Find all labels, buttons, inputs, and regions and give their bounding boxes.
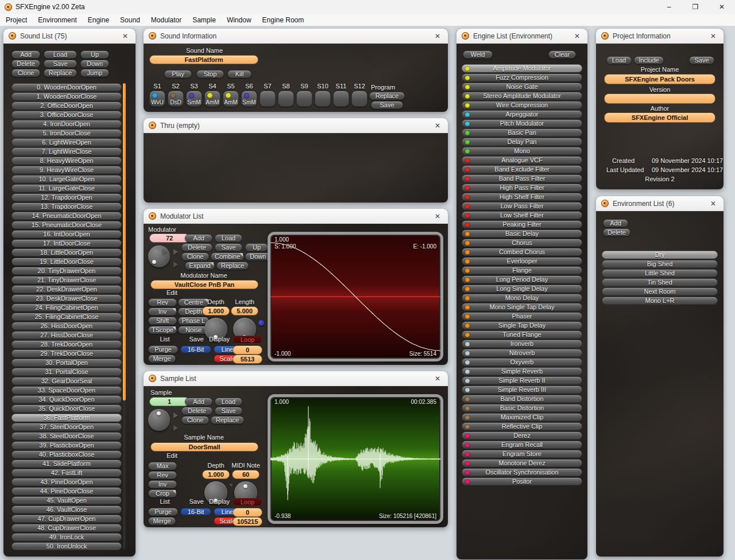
modulator-length-field[interactable]: 5.000 bbox=[231, 306, 258, 316]
sample-clone-button[interactable]: Clone bbox=[181, 416, 209, 424]
program-replace-button[interactable]: Replace bbox=[369, 92, 405, 100]
sound-list-item[interactable]: 14. PneumaticDoorOpen bbox=[11, 212, 122, 220]
sample-save-button[interactable]: Save bbox=[215, 407, 242, 415]
environment-list-item[interactable]: Little Shed bbox=[602, 269, 718, 277]
sample-rev-button[interactable]: Rev bbox=[148, 471, 177, 479]
menu-item-project[interactable]: Project bbox=[6, 16, 27, 24]
menu-item-sound[interactable]: Sound bbox=[120, 16, 140, 24]
modulator-tscope-button[interactable]: TScope bbox=[148, 326, 177, 334]
sound-list-item[interactable]: 5. IronDoorClose bbox=[11, 129, 122, 137]
modulator-combine-button[interactable]: Combine bbox=[211, 252, 244, 260]
sample-inv-button[interactable]: Inv bbox=[148, 480, 177, 488]
modulator-down-button[interactable]: Down bbox=[245, 252, 270, 260]
sound-slot-s1[interactable]: WvU bbox=[149, 91, 165, 107]
modulator-display[interactable]: 1.000 S: 1.000 E: -1.000 -1.000 Size: 55… bbox=[268, 232, 443, 361]
modulator-16bit-toggle[interactable]: 16-Bit bbox=[180, 345, 211, 353]
sample-delete-button[interactable]: Delete bbox=[181, 407, 212, 415]
program-save-button[interactable]: Save bbox=[371, 101, 403, 109]
engine-list-item[interactable]: Low Shelf Filter bbox=[462, 211, 582, 219]
sound-list-add-button[interactable]: Add bbox=[11, 50, 40, 59]
sound-slot-s11[interactable] bbox=[333, 91, 349, 107]
sound-list-item[interactable]: 31. PortalClose bbox=[11, 368, 122, 376]
engine-list-item[interactable]: Tuned Flange bbox=[462, 330, 582, 339]
modulator-depth-field[interactable]: 1.000 bbox=[202, 306, 230, 316]
modulator-delete-button[interactable]: Delete bbox=[181, 243, 212, 251]
restore-button[interactable]: ❐ bbox=[682, 0, 709, 14]
engine-list-item[interactable]: Long Single Delay bbox=[462, 285, 582, 293]
modulator-index-field[interactable]: 72 bbox=[149, 234, 189, 243]
sample-select-knob[interactable] bbox=[148, 409, 170, 431]
sound-list-item[interactable]: 34. QuickDoorOpen bbox=[11, 395, 122, 403]
sound-list-load-button[interactable]: Load bbox=[44, 50, 77, 59]
sample-loop-button[interactable]: Loop bbox=[233, 498, 262, 506]
sound-list-item[interactable]: 6. LightWireOpen bbox=[11, 138, 122, 146]
sample-display[interactable]: 1.000 00:02.385 -0.938 Size: 105216 [420… bbox=[268, 394, 443, 524]
engine-list-item[interactable]: Mono Delay bbox=[462, 294, 582, 302]
modulator-load-button[interactable]: Load bbox=[215, 234, 242, 242]
sample-load-button[interactable]: Load bbox=[215, 398, 242, 406]
modulator-shift-button[interactable]: Shift bbox=[148, 317, 177, 325]
project-name-field[interactable]: SFXEngine Pack Doors bbox=[604, 74, 715, 84]
clear-button[interactable]: Clear bbox=[548, 50, 576, 59]
modulator-name-field[interactable]: VaultClose PnB Pan bbox=[150, 280, 258, 289]
engine-list-item[interactable]: Mono bbox=[462, 147, 582, 155]
modulator-inv-button[interactable]: Inv bbox=[148, 308, 177, 316]
sound-list-item[interactable]: 37. SteelDoorOpen bbox=[11, 423, 122, 431]
engine-list-item[interactable]: Amplitude Modulator bbox=[462, 64, 582, 72]
modulator-clone-button[interactable]: Clone bbox=[181, 252, 209, 260]
close-icon[interactable]: ✕ bbox=[120, 32, 130, 40]
engine-list-item[interactable]: Reflective Clip bbox=[462, 422, 582, 430]
sample-name-field[interactable]: DoorSmall bbox=[150, 442, 258, 452]
modulator-rev-button[interactable]: Rev bbox=[148, 298, 177, 306]
sound-list-item[interactable]: 39. PlasticboxOpen bbox=[11, 441, 122, 449]
sound-list-scrollbar[interactable] bbox=[123, 83, 126, 549]
sound-list-item[interactable]: 40. PlasticboxClose bbox=[11, 450, 122, 458]
close-icon[interactable]: ✕ bbox=[432, 32, 443, 40]
engine-list-item[interactable]: Long Period Delay bbox=[462, 275, 582, 283]
sound-list-item[interactable]: 1. WoodenDoorClose bbox=[11, 92, 122, 100]
engine-list-item[interactable]: Maximized Clip bbox=[462, 413, 582, 421]
close-icon[interactable]: ✕ bbox=[708, 200, 718, 208]
sound-list-item[interactable]: 25. FilingCabinetClose bbox=[11, 313, 122, 321]
sound-list-item[interactable]: 28. TrekDoorOpen bbox=[11, 340, 122, 348]
sound-list-item[interactable]: 36. FastPlatform bbox=[11, 414, 122, 422]
engine-list-item[interactable]: Combed Chorus bbox=[462, 248, 582, 256]
engine-list-item[interactable]: Engram Store bbox=[462, 450, 582, 458]
modulator-offset-field[interactable]: 0 bbox=[233, 345, 262, 355]
kill-button[interactable]: Kill bbox=[227, 70, 252, 78]
modulator-replace-button[interactable]: Replace bbox=[216, 262, 249, 270]
environment-add-button[interactable]: Add bbox=[603, 219, 628, 227]
sample-index-field[interactable]: 1 bbox=[149, 397, 189, 406]
sound-list-item[interactable]: 45. VaultOpen bbox=[11, 496, 122, 504]
project-save-button[interactable]: Save bbox=[689, 56, 714, 64]
sound-slot-s12[interactable] bbox=[351, 91, 368, 107]
engine-list-item[interactable]: Derez bbox=[462, 431, 582, 440]
engine-list-item[interactable]: Fuzz Compression bbox=[462, 73, 582, 81]
engine-list-item[interactable]: Mono Single Tap Delay bbox=[462, 303, 582, 311]
menu-item-environment[interactable]: Environment bbox=[38, 16, 76, 24]
engine-list-item[interactable]: Band Pass Filter bbox=[462, 174, 582, 182]
engine-list-item[interactable]: Oscillator Synchronisation bbox=[462, 468, 582, 476]
sound-list-item[interactable]: 3. OfficeDoorClose bbox=[11, 111, 122, 119]
sample-purge-button[interactable]: Purge bbox=[148, 508, 178, 516]
environment-delete-button[interactable]: Delete bbox=[603, 228, 630, 236]
engine-list-item[interactable]: High Shelf Filter bbox=[462, 193, 582, 201]
close-icon[interactable]: ✕ bbox=[432, 375, 443, 383]
engine-list-item[interactable]: Flange bbox=[462, 266, 582, 274]
play-button[interactable]: Play bbox=[164, 70, 192, 78]
sound-list-item[interactable]: 35. QuickDoorClose bbox=[11, 405, 122, 413]
sample-size-field[interactable]: 105215 bbox=[233, 517, 262, 526]
modulator-purge-button[interactable]: Purge bbox=[148, 345, 178, 353]
engine-list-item[interactable]: Pitch Modulator bbox=[462, 119, 582, 127]
sound-list-item[interactable]: 27. HissDoorClose bbox=[11, 331, 122, 339]
environment-list-item[interactable]: Tin Shed bbox=[602, 278, 718, 286]
sound-list-item[interactable]: 23. DeskDrawerClose bbox=[11, 294, 122, 302]
modulator-merge-button[interactable]: Merge bbox=[148, 355, 176, 363]
sample-16bit-toggle[interactable]: 16-Bit bbox=[180, 508, 211, 516]
engine-list-item[interactable]: Band Distortion bbox=[462, 395, 582, 403]
close-button[interactable]: ✕ bbox=[709, 0, 735, 14]
engine-list-item[interactable]: Simple Reverb III bbox=[462, 386, 582, 394]
engine-list-item[interactable]: Arpeggiator bbox=[462, 110, 582, 118]
engine-list-item[interactable]: Basic Delay bbox=[462, 230, 582, 238]
sound-list-item[interactable]: 21. TinyDrawerClose bbox=[11, 276, 122, 284]
